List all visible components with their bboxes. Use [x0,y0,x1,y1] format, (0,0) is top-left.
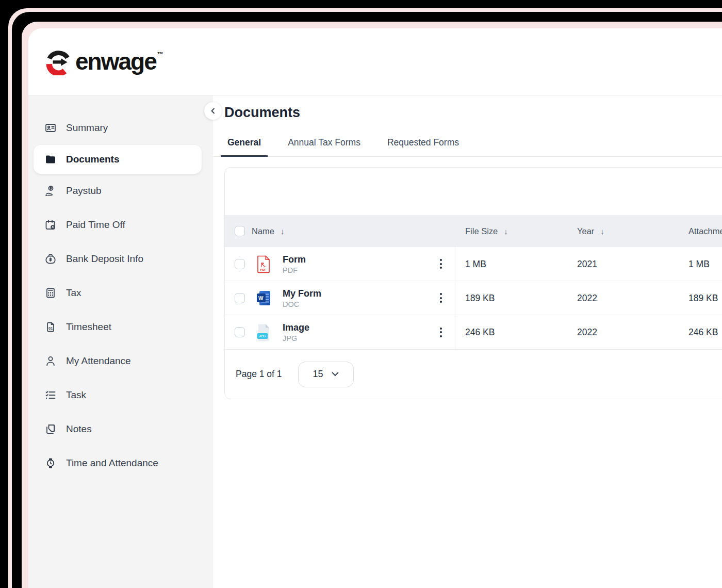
document-name[interactable]: My Form [283,287,321,299]
table-toolbar [225,168,722,215]
page-title: Documents [224,105,722,121]
tab-requested-forms[interactable]: Requested Forms [381,132,466,157]
main-content: Documents General Annual Tax Forms Reque… [213,95,722,588]
tab-general[interactable]: General [221,132,268,157]
app-window: enwage ™ Summary [28,28,722,588]
sidebar-item-label: Summary [66,122,108,134]
column-header-attachment[interactable]: Attachment [688,226,722,236]
row-actions-kebab-icon[interactable] [435,258,447,270]
sidebar-item-paid-time-off[interactable]: Paid Time Off [34,208,202,242]
attachment-value: 189 KB [688,292,718,303]
sidebar-item-notes[interactable]: Notes [34,412,202,446]
svg-text:JPG: JPG [259,334,266,338]
id-card-icon [44,121,57,135]
sidebar-item-label: Notes [66,423,92,435]
table-row[interactable]: PDF Form PDF 1 MB 2021 1 MB [225,247,722,281]
enwage-logo-icon [45,50,71,75]
document-type: PDF [283,265,306,275]
row-actions-kebab-icon[interactable] [435,326,447,338]
svg-text:W: W [258,296,264,301]
sidebar-item-label: Documents [66,154,119,165]
file-size-value: 189 KB [465,292,495,303]
document-type: DOC [283,299,321,309]
chevron-down-icon [332,372,339,377]
brand-name: enwage [75,48,156,74]
svg-text:PDF: PDF [260,268,267,271]
checklist-icon [44,388,57,402]
tab-annual-tax-forms[interactable]: Annual Tax Forms [281,132,367,157]
calculator-icon [44,286,57,300]
column-header-year[interactable]: Year ↓ [577,226,604,236]
table-header-row: Name ↓ File Size ↓ Year ↓ Attachment [225,215,722,247]
file-size-value: 1 MB [465,258,486,269]
table-row[interactable]: W My Form DOC 189 KB 2022 189 KB [225,281,722,315]
document-name[interactable]: Form [283,253,306,265]
document-type: JPG [283,334,309,344]
sidebar-item-label: Timesheet [66,321,111,333]
row-checkbox[interactable] [235,293,245,303]
brand-trademark: ™ [157,51,163,58]
year-value: 2022 [577,292,597,303]
sidebar-item-time-and-attendance[interactable]: Time and Attendance [34,446,202,480]
sidebar-item-label: My Attendance [66,355,131,367]
sidebar-item-label: Time and Attendance [66,458,158,469]
sort-down-icon[interactable]: ↓ [281,227,285,236]
year-value: 2022 [577,327,597,338]
doc-file-icon: W [256,289,271,307]
sidebar-item-tax[interactable]: Tax [34,276,202,310]
page-size-dropdown[interactable]: 15 [298,362,354,387]
sidebar-item-label: Paid Time Off [66,219,125,231]
sort-down-icon[interactable]: ↓ [504,227,508,236]
sidebar-item-timesheet[interactable]: 01 Timesheet [34,310,202,344]
attachment-value: 1 MB [688,258,710,269]
sidebar-item-bank-deposit-info[interactable]: Bank Deposit Info [34,242,202,276]
page-size-value: 15 [313,369,323,380]
column-header-name[interactable]: Name ↓ [252,226,285,236]
watch-icon [44,456,57,470]
year-value: 2021 [577,258,597,269]
select-all-checkbox[interactable] [235,226,245,236]
timesheet-doc-icon: 01 [44,320,57,334]
svg-text:01: 01 [48,326,53,331]
money-bag-icon [44,252,57,266]
app-header: enwage ™ [28,28,722,95]
sidebar-item-label: Task [66,389,86,401]
sidebar-item-summary[interactable]: Summary [34,111,202,145]
file-size-value: 246 KB [465,327,495,338]
document-name[interactable]: Image [283,321,309,334]
column-header-file-size[interactable]: File Size ↓ [465,226,508,236]
table-body: PDF Form PDF 1 MB 2021 1 MB [225,247,722,349]
hand-dollar-icon [44,184,57,198]
table-row[interactable]: JPG Image JPG 246 KB 2022 246 KB [225,315,722,349]
sidebar-item-task[interactable]: Task [34,378,202,412]
chevron-left-icon [210,108,216,114]
sidebar-item-label: Paystub [66,185,102,197]
row-checkbox[interactable] [235,327,245,337]
row-checkbox[interactable] [235,259,245,269]
sidebar: Summary Documents Paystub [28,95,213,588]
sort-down-icon[interactable]: ↓ [600,227,604,236]
tabs: General Annual Tax Forms Requested Forms [213,132,722,157]
sidebar-item-my-attendance[interactable]: My Attendance [34,344,202,378]
page-indicator: Page 1 of 1 [236,369,282,380]
pdf-file-icon: PDF [256,255,271,273]
jpg-file-icon: JPG [256,323,271,341]
folder-icon [44,153,57,166]
calendar-person-icon [44,218,57,232]
documents-table-card: Name ↓ File Size ↓ Year ↓ Attachment [224,167,722,399]
sidebar-item-label: Tax [66,287,81,299]
notes-icon [44,422,57,436]
back-button[interactable] [204,102,222,120]
sidebar-item-documents[interactable]: Documents [34,145,202,174]
person-icon [44,354,57,368]
sidebar-item-paystub[interactable]: Paystub [34,174,202,208]
brand-logo: enwage ™ [45,48,163,75]
sidebar-item-label: Bank Deposit Info [66,253,143,265]
attachment-value: 246 KB [688,327,718,338]
pagination-bar: Page 1 of 1 15 [225,349,722,399]
row-actions-kebab-icon[interactable] [435,292,447,304]
